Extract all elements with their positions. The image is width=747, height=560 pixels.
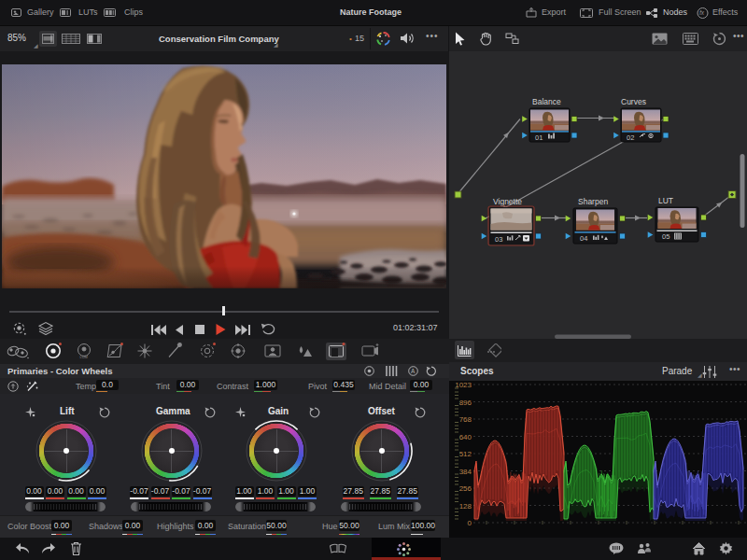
svg-text:640: 640 xyxy=(459,433,472,441)
svg-text:LUM: LUM xyxy=(80,355,88,359)
svg-text:768: 768 xyxy=(459,415,472,424)
svg-text:02: 02 xyxy=(627,133,634,142)
svg-text:03: 03 xyxy=(495,235,502,244)
svg-text:256: 256 xyxy=(459,484,472,493)
svg-text:0: 0 xyxy=(468,519,472,527)
svg-text:04: 04 xyxy=(580,234,587,243)
svg-text:896: 896 xyxy=(459,399,472,407)
svg-text:LUT: LUT xyxy=(658,196,673,205)
svg-text:A: A xyxy=(411,368,416,374)
svg-text:Curves: Curves xyxy=(621,97,646,106)
svg-text:512: 512 xyxy=(459,450,472,458)
svg-text:Sharpen: Sharpen xyxy=(578,197,608,206)
svg-text:01: 01 xyxy=(535,133,543,142)
svg-text:Vignette: Vignette xyxy=(493,197,522,206)
svg-text:fx: fx xyxy=(699,9,705,16)
svg-text:128: 128 xyxy=(459,502,472,511)
svg-text:05: 05 xyxy=(662,232,669,241)
svg-text:Balance: Balance xyxy=(532,97,561,106)
svg-text:384: 384 xyxy=(459,468,472,476)
